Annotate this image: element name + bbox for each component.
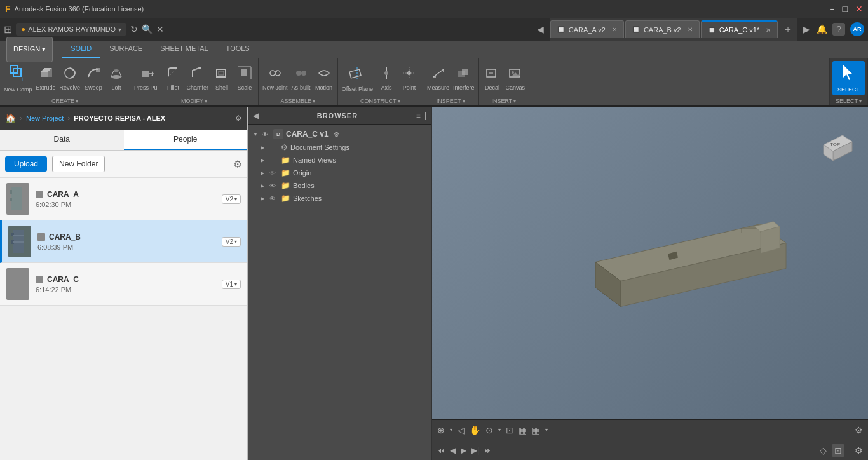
panel-settings-icon[interactable]: ⚙ <box>233 158 242 170</box>
insert-dropdown-icon[interactable]: ▾ <box>513 98 516 104</box>
cara-a-version[interactable]: V2 ▾ <box>222 194 241 204</box>
browser-item-bodies[interactable]: ▶ 👁 📁 Bodies <box>248 179 431 192</box>
browser-item-named-views[interactable]: ▶ 📁 Named Views <box>248 154 431 166</box>
construct-dropdown-icon[interactable]: ▾ <box>398 98 400 104</box>
root-settings-icon[interactable]: ⚙ <box>334 131 339 138</box>
viewport-settings-icon[interactable]: ⚙ <box>855 425 863 435</box>
modify-shell-button[interactable]: Shell <box>211 64 233 93</box>
notifications-icon[interactable]: 🔔 <box>817 24 827 34</box>
subtab-surface[interactable]: SURFACE <box>100 40 151 58</box>
bodies-eye[interactable]: 👁 <box>269 182 278 189</box>
help-icon[interactable]: ? <box>832 23 845 36</box>
tab-nav-right[interactable]: ▶ <box>801 24 813 34</box>
root-eye-icon[interactable]: 👁 <box>262 131 271 138</box>
select-button[interactable]: SELECT <box>832 61 865 95</box>
construct-offset-plane-button[interactable]: Offset Plane <box>341 62 374 94</box>
user-menu[interactable]: ● ALEX RAMOS RAYMUNDO ▾ <box>16 23 126 36</box>
cara-c-version[interactable]: V1 ▾ <box>222 280 241 289</box>
new-folder-button[interactable]: New Folder <box>52 156 105 172</box>
browser-collapse-icon[interactable]: ◀ <box>253 111 259 120</box>
browser-item-sketches[interactable]: ▶ 👁 📁 Sketches <box>248 192 431 205</box>
display-settings-icon[interactable]: ▦ <box>532 425 540 435</box>
browser-item-doc-settings[interactable]: ▶ ⚙ Document Settings <box>248 141 431 154</box>
grid-icon[interactable]: ▦ <box>519 425 527 435</box>
view-cube[interactable]: TOP <box>811 113 862 164</box>
bodies-arrow[interactable]: ▶ <box>261 183 267 189</box>
file-item-cara-c[interactable]: CARA_C 6:14:22 PM V1 ▾ <box>0 263 247 306</box>
browser-item-origin[interactable]: ▶ 👁 📁 Origin <box>248 166 431 179</box>
modify-dropdown-icon[interactable]: ▾ <box>205 98 207 104</box>
browser-hide-icon[interactable]: | <box>424 111 426 120</box>
orbit-icon[interactable]: ⊕ <box>437 425 445 435</box>
sketches-arrow[interactable]: ▶ <box>261 196 267 201</box>
create-revolve-button[interactable]: Revolve <box>58 64 82 93</box>
file-item-cara-a[interactable]: CARA_A 6:02:30 PM V2 ▾ <box>0 178 247 220</box>
anim-play-button[interactable]: ▶ <box>461 446 466 455</box>
create-new-component-button[interactable]: + New Comp <box>3 62 34 95</box>
project-settings-icon[interactable]: ⚙ <box>235 114 242 123</box>
create-dropdown-icon[interactable]: ▾ <box>76 98 78 104</box>
modify-press-pull-button[interactable]: Press Pull <box>133 64 161 93</box>
display-dropdown[interactable]: ▾ <box>545 427 548 433</box>
look-icon[interactable]: ✋ <box>470 425 480 435</box>
select-dropdown-icon[interactable]: ▾ <box>859 98 862 104</box>
construct-point-button[interactable]: Point <box>398 64 420 93</box>
anim-prev-button[interactable]: ◀ <box>450 446 456 455</box>
anim-next-button[interactable]: ▶| <box>471 446 479 455</box>
tab-close-cara-c[interactable]: ✕ <box>766 27 771 34</box>
insert-decal-button[interactable]: Decal <box>482 64 503 93</box>
anim-last-button[interactable]: ⏭ <box>484 446 492 455</box>
panel-close-icon[interactable]: ✕ <box>156 24 164 34</box>
inspect-dropdown-icon[interactable]: ▾ <box>463 98 465 104</box>
subtab-sheet-metal[interactable]: SHEET METAL <box>151 40 217 58</box>
create-loft-button[interactable]: Loft <box>105 64 127 93</box>
tab-add-button[interactable]: ＋ <box>779 23 797 36</box>
tab-data[interactable]: Data <box>0 130 124 150</box>
modify-fillet-button[interactable]: Fillet <box>163 64 184 93</box>
tab-people[interactable]: People <box>124 130 248 150</box>
zoom-fit-icon[interactable]: ⊙ <box>485 425 493 435</box>
upload-button[interactable]: Upload <box>5 156 47 172</box>
cara-b-version[interactable]: V2 ▾ <box>222 237 241 247</box>
tab-nav-left[interactable]: ◀ <box>534 24 546 34</box>
tab-cara-c[interactable]: 🔲 CARA_C v1* ✕ <box>701 20 778 38</box>
maximize-button[interactable]: □ <box>843 4 848 14</box>
subtab-tools[interactable]: TOOLS <box>217 40 259 58</box>
sketches-eye[interactable]: 👁 <box>269 195 278 202</box>
view-icon[interactable]: ⊡ <box>506 425 513 435</box>
app-grid-icon[interactable]: ⊞ <box>4 24 12 36</box>
tab-close-cara-a[interactable]: ✕ <box>612 26 617 33</box>
settings-icon-anim[interactable]: ⚙ <box>855 445 863 456</box>
modify-scale-button[interactable]: Scale <box>234 64 255 93</box>
capture-image-icon[interactable]: ⊡ <box>832 444 844 457</box>
browser-root-item[interactable]: ▼ 👁 D CARA_C v1 ⚙ <box>248 127 431 141</box>
breadcrumb-project[interactable]: New Project <box>26 114 64 122</box>
origin-eye[interactable]: 👁 <box>269 170 278 177</box>
inspect-measure-button[interactable]: Measure <box>426 64 451 93</box>
tab-cara-b[interactable]: 🔲 CARA_B v2 ✕ <box>625 20 700 38</box>
modify-chamfer-button[interactable]: Chamfer <box>186 64 210 93</box>
viewport[interactable]: TOP COMMENTS ＋ | <box>432 107 868 419</box>
inspect-interference-button[interactable]: Interfere <box>452 64 476 93</box>
named-views-arrow[interactable]: ▶ <box>261 158 267 163</box>
root-collapse-icon[interactable]: ▼ <box>253 132 259 137</box>
create-extrude-button[interactable]: Extrude <box>35 64 57 93</box>
construct-axis-button[interactable]: Axis <box>376 64 397 93</box>
home-icon[interactable]: 🏠 <box>5 113 16 123</box>
close-button[interactable]: ✕ <box>855 4 863 14</box>
assemble-joint-button[interactable]: New Joint <box>261 64 289 93</box>
assemble-asbuilt-button[interactable]: As-built <box>290 64 312 93</box>
anim-first-button[interactable]: ⏮ <box>437 446 445 455</box>
doc-settings-arrow[interactable]: ▶ <box>261 145 267 151</box>
browser-menu-icon[interactable]: ≡ <box>416 111 421 120</box>
search-icon[interactable]: 🔍 <box>142 24 153 34</box>
orbit-dropdown[interactable]: ▾ <box>450 427 452 433</box>
zoom-dropdown[interactable]: ▾ <box>498 427 501 433</box>
create-sweep-button[interactable]: Sweep <box>83 64 104 93</box>
tab-cara-a[interactable]: 🔲 CARA_A v2 ✕ <box>550 20 624 38</box>
file-item-cara-b[interactable]: CARA_B 6:08:39 PM V2 ▾ <box>0 220 247 263</box>
user-avatar[interactable]: AR <box>850 22 864 36</box>
pan-icon[interactable]: ◁ <box>458 425 465 435</box>
tab-close-cara-b[interactable]: ✕ <box>688 26 693 33</box>
origin-arrow[interactable]: ▶ <box>261 170 267 176</box>
